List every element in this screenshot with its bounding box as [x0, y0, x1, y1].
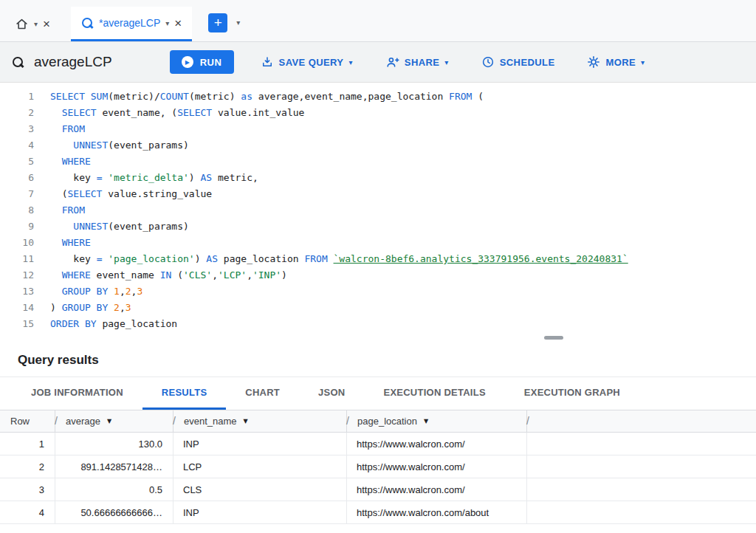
table-row: 30.5CLShttps://www.walcron.com/: [0, 478, 756, 501]
table-header-row: Row/average▼/event_name▼/page_location▼/: [0, 410, 756, 433]
line-number: 6: [0, 170, 34, 186]
column-label: Row: [10, 416, 30, 427]
results-tab-bar: JOB INFORMATIONRESULTSCHARTJSONEXECUTION…: [0, 377, 756, 410]
sort-caret-icon[interactable]: ▼: [424, 418, 428, 424]
clock-icon: [481, 55, 495, 69]
code-line[interactable]: 10 WHERE: [0, 235, 756, 251]
column-header-page-location[interactable]: page_location▼/: [347, 410, 527, 432]
line-number: 7: [0, 186, 34, 202]
query-icon: [12, 56, 24, 69]
results-tab-results[interactable]: RESULTS: [142, 377, 226, 410]
save-query-button[interactable]: SAVE QUERY ▾: [255, 50, 359, 74]
chevron-down-icon[interactable]: ▾: [34, 20, 38, 28]
header-filler: [527, 410, 756, 432]
cell: https://www.walcron.com/about: [347, 501, 527, 523]
chevron-down-icon[interactable]: ▾: [348, 58, 352, 66]
code-line[interactable]: 4 UNNEST(event_params): [0, 137, 756, 154]
cell: 2: [0, 455, 55, 478]
cell: 4: [0, 501, 55, 523]
column-resize-handle[interactable]: /: [346, 415, 349, 427]
query-toolbar: averageLCP ▶ RUN SAVE QUERY ▾ SHARE ▾ SC…: [0, 42, 756, 83]
results-tab-execution-details[interactable]: EXECUTION DETAILS: [364, 377, 504, 410]
schedule-button[interactable]: SCHEDULE: [475, 50, 561, 74]
code-line[interactable]: 12 WHERE event_name IN ('CLS','LCP','INP…: [0, 267, 756, 283]
cell: https://www.walcron.com/: [347, 478, 527, 501]
tab-label: *averageLCP: [99, 17, 160, 29]
sort-caret-icon[interactable]: ▼: [107, 418, 111, 424]
share-button[interactable]: SHARE ▾: [379, 50, 455, 74]
cell: CLS: [173, 478, 347, 501]
line-number: 13: [0, 283, 34, 300]
column-label: page_location: [357, 416, 417, 427]
line-number: 3: [0, 121, 34, 137]
close-icon[interactable]: ×: [43, 18, 50, 30]
code-line[interactable]: 14) GROUP BY 2,3: [0, 300, 756, 316]
editor-tab-bar: ▾ × *averageLCP ▾ × + ▾: [0, 0, 756, 42]
results-tab-chart[interactable]: CHART: [226, 377, 299, 410]
cell: 0.5: [55, 478, 173, 501]
query-icon: [81, 17, 94, 30]
code-line[interactable]: 2 SELECT event_name, (SELECT value.int_v…: [0, 105, 756, 121]
chevron-down-icon[interactable]: ▾: [641, 58, 645, 66]
column-header-average[interactable]: average▼/: [55, 410, 173, 432]
person-add-icon: [385, 55, 399, 69]
chevron-down-icon[interactable]: ▾: [444, 58, 448, 66]
splitter-handle[interactable]: [544, 336, 563, 340]
column-resize-handle[interactable]: /: [55, 415, 58, 427]
new-tab-button[interactable]: +: [208, 13, 227, 32]
code-line[interactable]: 1SELECT SUM(metric)/COUNT(metric) as ave…: [0, 89, 756, 105]
tab-averagelcp[interactable]: *averageLCP ▾ ×: [71, 7, 192, 41]
line-number: 14: [0, 300, 34, 316]
code-line[interactable]: 7 (SELECT value.string_value: [0, 186, 756, 202]
row-filler: [527, 433, 756, 455]
cell: 50.66666666666…: [55, 501, 173, 523]
code-line[interactable]: 15ORDER BY page_location: [0, 316, 756, 332]
chevron-down-icon[interactable]: ▾: [236, 18, 240, 27]
column-resize-handle[interactable]: /: [173, 415, 176, 427]
cell: 891.1428571428…: [55, 455, 173, 478]
column-resize-handle[interactable]: /: [526, 415, 529, 427]
table-row: 1130.0INPhttps://www.walcron.com/: [0, 433, 756, 455]
line-number: 10: [0, 235, 34, 251]
panel-splitter: [0, 332, 756, 344]
sql-editor[interactable]: 1SELECT SUM(metric)/COUNT(metric) as ave…: [0, 83, 756, 332]
query-title: averageLCP: [34, 54, 112, 70]
share-label: SHARE: [405, 57, 440, 68]
code-line[interactable]: 6 key = 'metric_delta') AS metric,: [0, 170, 756, 186]
column-header-event-name[interactable]: event_name▼/: [173, 410, 347, 432]
line-number: 15: [0, 316, 34, 332]
column-label: average: [66, 416, 100, 427]
home-icon: [15, 17, 29, 31]
home-tab[interactable]: ▾ ×: [4, 7, 61, 41]
code-line[interactable]: 13 GROUP BY 1,2,3: [0, 283, 756, 300]
code-line[interactable]: 3 FROM: [0, 121, 756, 137]
schedule-label: SCHEDULE: [500, 57, 555, 68]
sort-caret-icon[interactable]: ▼: [244, 418, 248, 424]
cell: https://www.walcron.com/: [347, 455, 527, 478]
chevron-down-icon[interactable]: ▾: [165, 19, 169, 27]
gear-icon: [587, 55, 600, 69]
line-number: 11: [0, 251, 34, 267]
table-body: 1130.0INPhttps://www.walcron.com/2891.14…: [0, 433, 756, 524]
code-line[interactable]: 8 FROM: [0, 202, 756, 219]
column-header-row[interactable]: Row/: [0, 410, 55, 432]
code-line[interactable]: 9 UNNEST(event_params): [0, 219, 756, 235]
query-results-title: Query results: [18, 353, 99, 368]
results-tab-json[interactable]: JSON: [299, 377, 364, 410]
results-tab-execution-graph[interactable]: EXECUTION GRAPH: [505, 377, 639, 410]
cell: https://www.walcron.com/: [347, 433, 527, 455]
row-filler: [527, 478, 756, 501]
more-button[interactable]: MORE ▾: [581, 50, 650, 74]
line-number: 1: [0, 89, 34, 105]
run-button[interactable]: ▶ RUN: [170, 50, 234, 74]
line-number: 12: [0, 267, 34, 283]
code-line[interactable]: 5 WHERE: [0, 154, 756, 170]
row-filler: [527, 455, 756, 478]
close-icon[interactable]: ×: [174, 17, 182, 30]
column-label: event_name: [184, 416, 237, 427]
row-filler: [527, 501, 756, 523]
cell: INP: [173, 433, 347, 455]
cell: 1: [0, 433, 55, 455]
code-line[interactable]: 11 key = 'page_location') AS page_locati…: [0, 251, 756, 267]
results-tab-job-information[interactable]: JOB INFORMATION: [12, 377, 142, 410]
